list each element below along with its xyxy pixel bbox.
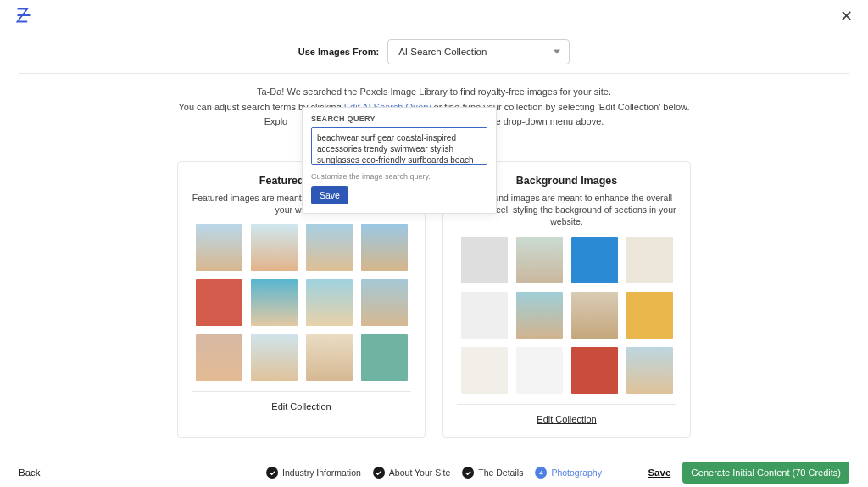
featured-thumb[interactable]	[251, 279, 298, 326]
background-thumb[interactable]	[461, 237, 508, 283]
check-icon	[373, 467, 385, 479]
intro-line1: Ta-Da! We searched the Pexels Image Libr…	[0, 85, 868, 100]
background-thumb[interactable]	[461, 347, 508, 394]
step-label: Industry Information	[282, 467, 361, 478]
stepper: Industry Information About Your Site The…	[266, 467, 602, 479]
step-label: About Your Site	[389, 467, 450, 478]
background-thumb[interactable]	[626, 237, 673, 283]
featured-thumb[interactable]	[306, 334, 353, 381]
background-thumb[interactable]	[626, 292, 673, 339]
featured-thumb[interactable]	[306, 279, 353, 326]
search-query-hint: Customize the image search query.	[311, 172, 487, 181]
intro-line3b: the drop-down menu above.	[487, 116, 604, 126]
close-icon[interactable]: ✕	[840, 7, 853, 25]
featured-thumb[interactable]	[251, 224, 298, 271]
background-thumb[interactable]	[571, 292, 618, 339]
step-label: The Details	[478, 467, 523, 478]
search-query-title: SEARCH QUERY	[311, 115, 487, 123]
featured-thumb[interactable]	[361, 279, 408, 326]
source-label: Use Images From:	[298, 47, 379, 57]
background-thumb[interactable]	[571, 347, 618, 394]
check-icon	[462, 467, 474, 479]
background-thumb[interactable]	[571, 237, 618, 283]
source-select-value: AI Search Collection	[398, 47, 487, 57]
background-thumb[interactable]	[516, 347, 563, 394]
step-number-icon: 4	[535, 467, 547, 479]
search-query-popover: SEARCH QUERY Customize the image search …	[302, 107, 497, 214]
featured-thumb[interactable]	[361, 334, 408, 381]
featured-thumb[interactable]	[361, 224, 408, 271]
step-photography[interactable]: 4 Photography	[535, 467, 602, 479]
featured-thumb[interactable]	[196, 224, 242, 271]
featured-thumb[interactable]	[196, 279, 242, 326]
source-select[interactable]: AI Search Collection	[387, 39, 570, 64]
check-icon	[266, 467, 278, 479]
search-query-input[interactable]	[311, 127, 487, 165]
background-thumb[interactable]	[516, 292, 563, 339]
step-label: Photography	[551, 467, 602, 478]
background-edit-collection-link[interactable]: Edit Collection	[537, 414, 596, 424]
background-thumb[interactable]	[516, 237, 563, 283]
step-about[interactable]: About Your Site	[373, 467, 450, 479]
back-button[interactable]: Back	[19, 467, 41, 478]
featured-thumb[interactable]	[251, 334, 298, 381]
divider	[19, 73, 849, 74]
step-industry[interactable]: Industry Information	[266, 467, 361, 479]
brand-logo	[15, 7, 32, 26]
intro-line3a: Explo	[264, 116, 288, 126]
background-thumb[interactable]	[626, 347, 673, 394]
featured-thumb[interactable]	[306, 224, 353, 271]
generate-content-button[interactable]: Generate Initial Content (70 Credits)	[682, 462, 849, 484]
save-query-button[interactable]: Save	[311, 186, 348, 204]
step-details[interactable]: The Details	[462, 467, 523, 479]
featured-edit-collection-link[interactable]: Edit Collection	[271, 401, 331, 411]
featured-thumb[interactable]	[196, 334, 242, 381]
save-footer-link[interactable]: Save	[648, 467, 670, 478]
background-thumb[interactable]	[461, 292, 508, 339]
